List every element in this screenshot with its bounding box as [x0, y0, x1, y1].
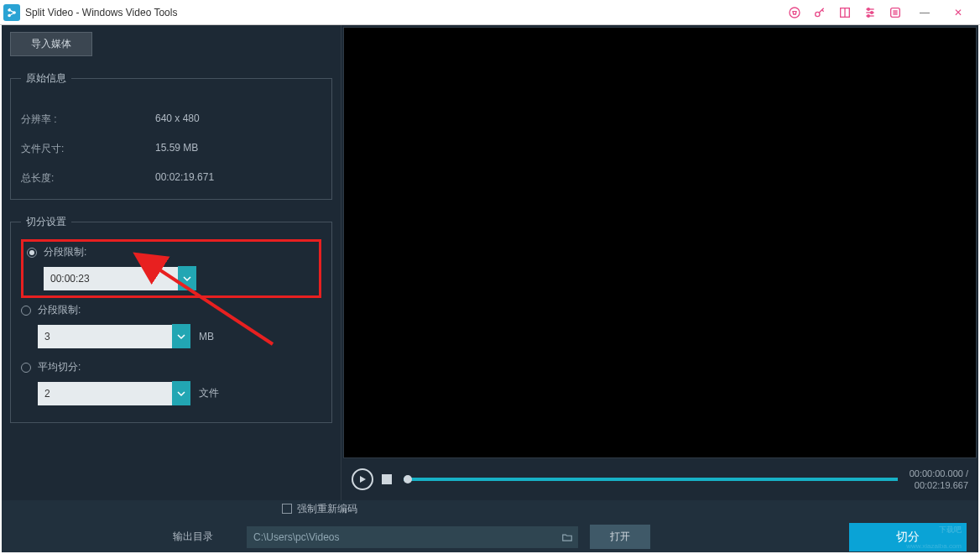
radio-time-limit[interactable] [27, 248, 37, 258]
play-button[interactable] [352, 468, 373, 490]
output-dir-label: 输出目录 [173, 530, 213, 544]
svg-point-1 [816, 12, 820, 16]
close-button[interactable]: ✕ [946, 4, 970, 21]
size-limit-input[interactable] [38, 325, 172, 348]
size-unit: MB [199, 331, 214, 342]
radio-size-limit[interactable] [21, 306, 31, 316]
minimize-button[interactable]: — [913, 4, 936, 21]
time-limit-dropdown[interactable] [178, 266, 196, 290]
opt1-label: 分段限制: [44, 245, 86, 259]
time-limit-input[interactable] [44, 267, 178, 290]
annotation-highlight: 分段限制: [21, 239, 321, 298]
radio-average-split[interactable] [21, 363, 31, 373]
app-icon [3, 4, 20, 21]
window-title: Split Video - Windows Video Tools [25, 7, 787, 18]
filesize-label: 文件尺寸: [21, 142, 155, 156]
progress-thumb[interactable] [404, 475, 412, 483]
svg-point-8 [871, 11, 873, 13]
menu-icon[interactable] [888, 5, 903, 20]
duration-value: 00:02:19.671 [155, 171, 214, 186]
average-split-input[interactable] [38, 382, 172, 405]
resolution-label: 分辨率 : [21, 112, 155, 127]
original-info-group: 原始信息 分辨率 : 640 x 480 文件尺寸: 15.59 MB 总长度:… [10, 71, 332, 200]
force-reencode-label: 强制重新编码 [297, 502, 357, 516]
original-info-legend: 原始信息 [21, 71, 71, 86]
svg-point-0 [790, 8, 800, 18]
output-dir-input[interactable] [247, 526, 557, 548]
cart-icon[interactable] [787, 5, 802, 20]
watermark-icon: 下载吧 [939, 525, 962, 536]
force-reencode-checkbox[interactable] [282, 504, 292, 514]
import-media-button[interactable]: 导入媒体 [10, 32, 92, 56]
duration-label: 总长度: [21, 171, 155, 186]
svg-point-7 [868, 8, 870, 10]
opt3-label: 平均切分: [38, 360, 81, 374]
open-button[interactable]: 打开 [590, 525, 650, 549]
watermark-url: www.xiazaiba.com [906, 542, 962, 550]
split-button-label: 切分 [896, 530, 920, 543]
opt2-label: 分段限制: [38, 303, 81, 317]
browse-folder-button[interactable] [556, 526, 578, 548]
split-settings-group: 切分设置 分段限制: 分段限制: [10, 215, 332, 423]
layout-icon[interactable] [837, 5, 852, 20]
size-limit-dropdown[interactable] [172, 324, 190, 348]
svg-point-9 [868, 14, 870, 17]
average-split-dropdown[interactable] [172, 381, 190, 405]
time-display: 00:00:00.000 / 00:02:19.667 [910, 468, 968, 492]
filesize-value: 15.59 MB [155, 142, 198, 156]
split-settings-legend: 切分设置 [21, 215, 71, 229]
video-preview [343, 27, 977, 458]
key-icon[interactable] [812, 5, 827, 20]
stop-button[interactable] [382, 474, 392, 484]
sliders-icon[interactable] [863, 5, 878, 20]
resolution-value: 640 x 480 [155, 112, 200, 127]
average-unit: 文件 [199, 386, 219, 400]
progress-slider[interactable] [404, 478, 898, 481]
split-button[interactable]: 切分 下载吧 www.xiazaiba.com [849, 523, 967, 551]
